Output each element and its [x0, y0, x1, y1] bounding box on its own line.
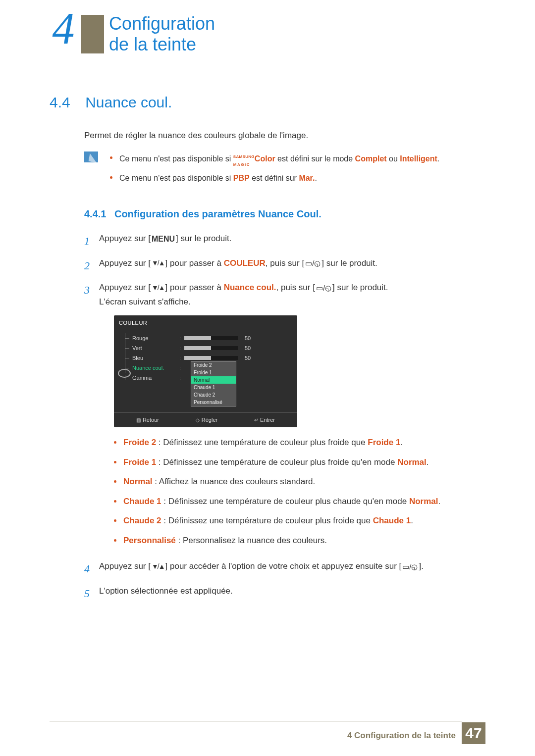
step-item: 5 L'option sélectionnée est appliquée. [84, 584, 485, 603]
enter-icon: ▭/◵ [315, 282, 332, 295]
option-item: Froide 2 : Définissez une température de… [114, 436, 485, 449]
menu-button-label: MENU [151, 232, 176, 246]
steps-list: 1 Appuyez sur [MENU] sur le produit. 2 A… [84, 232, 485, 603]
section-intro: Permet de régler la nuance des couleurs … [84, 131, 485, 141]
osd-regler: Régler [196, 415, 217, 425]
footer: 4 Configuration de la teinte 47 [347, 722, 485, 744]
step-number: 1 [84, 232, 99, 250]
step-text: Appuyez sur [▼/▲] pour passer à COULEUR,… [99, 256, 485, 275]
note-text: Ce menu n'est pas disponible si SAMSUNGM… [119, 151, 439, 167]
bullet-icon [110, 156, 112, 159]
osd-dropdown: Froide 2 Froide 1 Normal Chaude 1 Chaude… [191, 361, 236, 406]
osd-panel: COULEUR Rouge: 50 Vert: [114, 315, 297, 427]
option-item: Personnalisé : Personnalisez la nuance d… [114, 534, 485, 547]
note-item: Ce menu n'est pas disponible si PBP est … [110, 171, 439, 185]
updown-icon: ▼/▲ [151, 257, 165, 269]
bullet-icon [110, 176, 112, 179]
section-title: Nuance coul. [85, 94, 172, 110]
bullet-icon [114, 500, 116, 503]
subsection: 4.4.1 Configuration des paramètres Nuanc… [84, 208, 485, 603]
step-text: Appuyez sur [▼/▲] pour accéder à l'optio… [99, 559, 485, 578]
option-item: Froide 1 : Définissez une température de… [114, 456, 485, 469]
step-number: 5 [84, 584, 99, 603]
osd-footer: Retour Régler Entrer [114, 412, 297, 427]
note-item: Ce menu n'est pas disponible si SAMSUNGM… [110, 151, 439, 167]
footer-rule [50, 721, 462, 721]
option-item: Normal : Affichez la nuance des couleurs… [114, 475, 485, 488]
osd-row: Rouge: 50 [121, 333, 290, 343]
options-list: Froide 2 : Définissez une température de… [114, 436, 485, 547]
step-text: L'option sélectionnée est appliquée. [99, 584, 485, 603]
chapter-number: 4 [53, 4, 75, 53]
section-number: 4.4 [50, 94, 70, 111]
step-item: 2 Appuyez sur [▼/▲] pour passer à COULEU… [84, 256, 485, 275]
subsection-number: 4.4.1 [84, 208, 106, 219]
osd-retour: Retour [136, 415, 159, 425]
slider [184, 336, 238, 340]
osd-body: Rouge: 50 Vert: 50 [114, 330, 297, 412]
step-item: 1 Appuyez sur [MENU] sur le produit. [84, 232, 485, 250]
bullet-icon [114, 441, 116, 444]
chapter-title: Configuration de la teinte [104, 5, 485, 63]
step-text: Appuyez sur [▼/▲] pour passer à Nuance c… [99, 281, 485, 554]
note-list: Ce menu n'est pas disponible si SAMSUNGM… [110, 151, 439, 189]
osd-entrer: Entrer [254, 415, 275, 425]
step-item: 3 Appuyez sur [▼/▲] pour passer à Nuance… [84, 281, 485, 554]
page-number: 47 [462, 722, 485, 744]
osd-row: Vert: 50 [121, 343, 290, 353]
note-block: Ce menu n'est pas disponible si SAMSUNGM… [84, 151, 485, 189]
page: 4 Configuration de la teinte 4.4 Nuance … [0, 0, 535, 756]
option-item: Chaude 1 : Définissez une température de… [114, 495, 485, 508]
bullet-icon [114, 480, 116, 483]
step-number: 2 [84, 256, 99, 275]
content: 4.4 Nuance coul. Permet de régler la nua… [50, 94, 485, 608]
slider [184, 356, 238, 360]
option-item: Chaude 2 : Définissez une température de… [114, 514, 485, 527]
step-item: 4 Appuyez sur [▼/▲] pour accéder à l'opt… [84, 559, 485, 578]
note-icon [84, 151, 98, 162]
step-number: 3 [84, 281, 99, 554]
chapter-header: 4 Configuration de la teinte [50, 15, 485, 53]
slider [184, 346, 238, 350]
step-text: Appuyez sur [MENU] sur le produit. [99, 232, 485, 250]
note-text: Ce menu n'est pas disponible si PBP est … [119, 171, 317, 185]
bullet-icon [114, 461, 116, 463]
footer-chapter: 4 Configuration de la teinte [347, 726, 456, 741]
subsection-title: Configuration des paramètres Nuance Coul… [114, 208, 321, 219]
enter-icon: ▭/◵ [401, 560, 419, 573]
enter-icon: ▭/◵ [304, 257, 321, 270]
step-number: 4 [84, 559, 99, 578]
updown-icon: ▼/▲ [151, 561, 165, 573]
section-heading: 4.4 Nuance coul. [50, 94, 485, 111]
chapter-number-box: 4 [46, 4, 81, 53]
osd-title: COULEUR [114, 315, 297, 331]
updown-icon: ▼/▲ [151, 282, 165, 294]
osd-screenshot: COULEUR Rouge: 50 Vert: [114, 315, 485, 427]
bullet-icon [114, 519, 116, 522]
bullet-icon [114, 539, 116, 542]
